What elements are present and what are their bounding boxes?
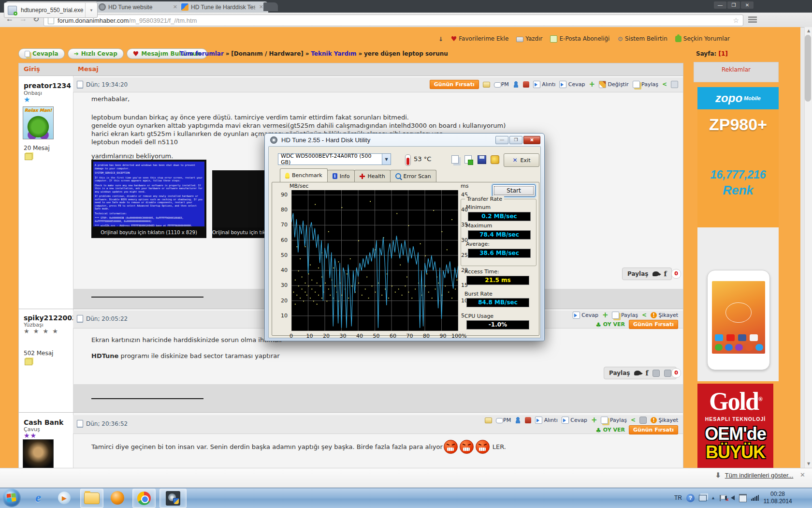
start-button[interactable]: Start xyxy=(492,184,536,197)
edit-link[interactable]: Değiştir xyxy=(599,81,628,88)
network-signal-icon[interactable] xyxy=(751,495,759,501)
facebook-icon[interactable]: f xyxy=(664,270,667,278)
taskbar-hdtune-icon[interactable] xyxy=(160,489,187,508)
url-bar[interactable]: forum.donanimhaber.com/m_95803921/f_//tm… xyxy=(44,15,743,26)
tab-benchmark[interactable]: Benchmark xyxy=(280,168,328,182)
reply-link[interactable]: Cevap xyxy=(562,417,587,424)
shelf-close-icon[interactable]: ✕ xyxy=(800,471,805,478)
quote-link[interactable]: Alıntı xyxy=(535,417,557,424)
tab-health[interactable]: Health xyxy=(354,170,390,182)
share-green-icon[interactable]: < xyxy=(662,81,667,88)
report-hand-icon[interactable] xyxy=(525,417,531,423)
breadcrumb-teknik-yardim[interactable]: Teknik Yardım xyxy=(311,50,356,57)
share-link[interactable]: Paylaş xyxy=(612,312,638,319)
share-green-icon[interactable]: < xyxy=(631,417,636,423)
calendar-tray-icon[interactable] xyxy=(739,494,747,502)
hdtune-close-button[interactable]: ✕ xyxy=(523,136,540,144)
author-name[interactable]: Cash Bank xyxy=(24,418,63,426)
taskbar-media-player-icon[interactable]: ▶ xyxy=(54,489,74,507)
email-subscription-link[interactable]: E-Posta Aboneliği xyxy=(550,35,609,43)
hdtune-minimize-button[interactable]: — xyxy=(495,136,508,144)
scroll-up-arrow[interactable]: ▲ xyxy=(805,27,812,35)
window-close-button[interactable]: ✕ xyxy=(741,1,754,9)
download-item-menu-arrow[interactable]: ▼ xyxy=(85,3,97,17)
help-tray-icon[interactable]: ? xyxy=(686,494,695,502)
taskbar-chrome-icon[interactable] xyxy=(132,489,156,508)
plus-icon[interactable]: + xyxy=(589,81,595,88)
breadcrumb-hardware[interactable]: [Donanım / Hardware] xyxy=(231,50,304,57)
taskbar-explorer-icon[interactable] xyxy=(80,489,103,508)
system-specs-link[interactable]: ⚙Sistem Belirtin xyxy=(617,35,667,43)
plus-icon[interactable]: + xyxy=(591,417,597,423)
taskbar-ie-icon[interactable]: e xyxy=(28,489,48,507)
image-caption[interactable]: Orijinal boyutu için tıklatın (1110 x 82… xyxy=(91,227,206,238)
profile-icon[interactable] xyxy=(513,81,519,88)
copy-image-button[interactable] xyxy=(464,154,473,164)
pm-link[interactable]: PM xyxy=(494,81,509,88)
window-stack-icon[interactable] xyxy=(699,495,707,501)
add-favorites-link[interactable]: ♥Favorilerime Ekle xyxy=(451,35,509,42)
thumbs-up-icon[interactable] xyxy=(652,370,660,377)
share-green-icon[interactable]: < xyxy=(642,312,647,318)
exit-button[interactable]: ✕ Exit xyxy=(504,153,539,167)
window-maximize-button[interactable]: ❐ xyxy=(727,1,740,9)
scroll-down-link[interactable]: ↓ xyxy=(438,36,443,42)
tab-error-scan[interactable]: Error Scan xyxy=(390,170,436,182)
vote-link[interactable]: ♣ OY VER xyxy=(595,427,625,433)
gunun-firsati-badge[interactable]: Günün Fırsatı xyxy=(629,320,678,329)
tab-hdtune-test[interactable]: HD Tune ile Harddisk Test ✕ xyxy=(177,1,268,13)
print-link[interactable]: Yazdır xyxy=(516,35,542,42)
quick-reply-button[interactable]: ➔Hızlı Cevap xyxy=(68,48,124,59)
report-link[interactable]: ! Şikayet xyxy=(651,417,678,424)
author-name[interactable]: spiky2122003 xyxy=(24,314,77,322)
scrollbar-thumb[interactable] xyxy=(805,35,811,102)
reply-link[interactable]: Cevap xyxy=(573,312,598,319)
email-icon[interactable] xyxy=(483,82,490,88)
quote-link[interactable]: Alıntı xyxy=(533,81,555,88)
gold-ad[interactable]: Gold® HESAPLI TEKNOLOJİ OEM'de BÜYÜK xyxy=(697,384,773,468)
start-button-orb[interactable] xyxy=(2,489,21,507)
gunun-firsati-badge[interactable]: Günün Fırsatı xyxy=(430,80,479,89)
tab-hdtune-site[interactable]: HD Tune website ✕ xyxy=(95,1,182,13)
new-tab-button[interactable] xyxy=(263,2,278,11)
hidden-icons-arrow[interactable]: ▲ xyxy=(711,495,715,500)
options-button[interactable] xyxy=(490,154,499,164)
clock[interactable]: 00:28 11.08.2014 xyxy=(763,491,792,505)
author-name[interactable]: preator1234 xyxy=(24,82,71,90)
gunun-firsati-badge[interactable]: Günün Fırsatı xyxy=(629,425,678,434)
show-all-downloads[interactable]: ⬇ Tüm indirilenleri göster... xyxy=(715,471,793,479)
scroll-down-arrow[interactable]: ▼ xyxy=(805,460,812,468)
share-link[interactable]: Paylaş xyxy=(633,81,658,88)
facebook-icon[interactable]: f xyxy=(645,369,648,377)
hdtune-titlebar[interactable]: HD Tune 2.55 - Hard Disk Utility — ❐ ✕ xyxy=(265,134,544,146)
share-label[interactable]: Paylaş xyxy=(627,270,648,277)
breadcrumb-all-forums[interactable]: Tüm forumlar xyxy=(180,50,224,57)
profile-icon[interactable] xyxy=(515,417,521,423)
pm-link[interactable]: PM xyxy=(496,417,511,423)
vote-link[interactable]: ♣ OY VER xyxy=(595,321,625,328)
download-item[interactable]: hdtunepro_550_trial.exe ▼ xyxy=(4,2,98,18)
featured-comments-link[interactable]: Seçkin Yorumlar xyxy=(675,35,730,42)
volume-icon[interactable] xyxy=(731,495,735,500)
share-label[interactable]: Paylaş xyxy=(609,370,630,376)
share-link[interactable]: Paylaş xyxy=(601,417,626,424)
zopo-ad[interactable]: zopoMobile ZP980+ 16,777,216 Renk xyxy=(697,87,779,381)
save-button[interactable] xyxy=(477,154,486,164)
bsod-thumbnail[interactable]: A problem has been detected and windows … xyxy=(91,160,206,238)
permalink-icon[interactable] xyxy=(671,81,678,88)
twitter-icon[interactable] xyxy=(634,371,641,375)
thumbs-down-icon[interactable] xyxy=(664,370,671,377)
reply-link[interactable]: Cevap xyxy=(559,81,585,88)
report-link[interactable]: ! Şikayet xyxy=(651,312,678,319)
reply-button[interactable]: Cevapla xyxy=(18,48,65,59)
thumbs-up-icon[interactable] xyxy=(639,417,647,424)
taskbar-orange-ball-icon[interactable] xyxy=(107,489,128,507)
copy-text-button[interactable] xyxy=(450,154,460,164)
bookmark-star-icon[interactable]: ☆ xyxy=(733,16,739,24)
language-indicator[interactable]: TR xyxy=(674,494,682,501)
hdtune-maximize-button[interactable]: ❐ xyxy=(509,136,522,144)
window-minimize-button[interactable]: — xyxy=(714,1,726,9)
email-icon[interactable] xyxy=(485,418,492,423)
drive-select-dropdown[interactable]: WDC WD5000BEVT-24A0RT0 (500 GB) ▼ xyxy=(278,153,391,165)
tab-info[interactable]: iInfo xyxy=(327,170,355,182)
